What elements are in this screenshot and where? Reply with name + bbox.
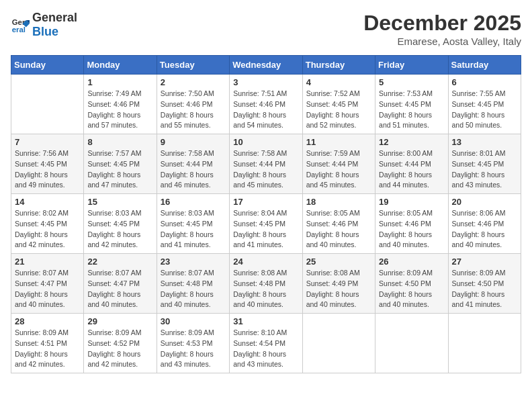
day-number: 30 (161, 316, 226, 326)
calendar-cell: 4Sunrise: 7:52 AMSunset: 4:45 PMDaylight… (302, 75, 375, 134)
calendar-week-row: 1Sunrise: 7:49 AMSunset: 4:46 PMDaylight… (11, 75, 521, 134)
calendar-cell: 5Sunrise: 7:53 AMSunset: 4:45 PMDaylight… (375, 75, 448, 134)
day-number: 26 (379, 257, 444, 267)
day-detail: Sunrise: 8:07 AMSunset: 4:47 PMDaylight:… (87, 268, 152, 310)
day-detail: Sunrise: 7:49 AMSunset: 4:46 PMDaylight:… (87, 89, 152, 131)
calendar-cell: 7Sunrise: 7:56 AMSunset: 4:45 PMDaylight… (11, 134, 84, 194)
day-detail: Sunrise: 8:09 AMSunset: 4:50 PMDaylight:… (452, 268, 517, 310)
day-number: 22 (87, 257, 152, 267)
day-number: 17 (233, 197, 298, 207)
calendar-cell: 23Sunrise: 8:07 AMSunset: 4:48 PMDayligh… (157, 254, 229, 314)
day-number: 11 (306, 137, 371, 147)
day-detail: Sunrise: 8:05 AMSunset: 4:46 PMDaylight:… (306, 208, 371, 250)
logo: Gen eral General Blue (11, 11, 77, 39)
calendar-week-row: 28Sunrise: 8:09 AMSunset: 4:51 PMDayligh… (11, 314, 521, 373)
calendar-cell (448, 314, 521, 373)
calendar-cell (375, 314, 448, 373)
calendar-cell: 13Sunrise: 8:01 AMSunset: 4:45 PMDayligh… (448, 134, 521, 194)
day-number: 29 (87, 316, 152, 326)
day-detail: Sunrise: 8:08 AMSunset: 4:49 PMDaylight:… (306, 268, 371, 310)
month-title: December 2025 (363, 11, 521, 36)
calendar-cell: 8Sunrise: 7:57 AMSunset: 4:45 PMDaylight… (84, 134, 157, 194)
day-detail: Sunrise: 8:03 AMSunset: 4:45 PMDaylight:… (161, 208, 226, 250)
day-number: 6 (452, 77, 517, 87)
calendar-cell: 9Sunrise: 7:58 AMSunset: 4:44 PMDaylight… (157, 134, 229, 194)
calendar-cell: 28Sunrise: 8:09 AMSunset: 4:51 PMDayligh… (11, 314, 84, 373)
calendar-cell: 27Sunrise: 8:09 AMSunset: 4:50 PMDayligh… (448, 254, 521, 314)
calendar-cell (302, 314, 375, 373)
day-number: 13 (452, 137, 517, 147)
day-detail: Sunrise: 7:55 AMSunset: 4:45 PMDaylight:… (452, 89, 517, 131)
calendar-table: SundayMondayTuesdayWednesdayThursdayFrid… (11, 55, 521, 373)
day-number: 20 (452, 197, 517, 207)
day-detail: Sunrise: 8:06 AMSunset: 4:46 PMDaylight:… (452, 208, 517, 250)
calendar-cell: 6Sunrise: 7:55 AMSunset: 4:45 PMDaylight… (448, 75, 521, 134)
day-number: 8 (87, 137, 152, 147)
day-number: 16 (161, 197, 226, 207)
day-detail: Sunrise: 8:09 AMSunset: 4:51 PMDaylight:… (15, 328, 80, 370)
calendar-cell: 19Sunrise: 8:05 AMSunset: 4:46 PMDayligh… (375, 194, 448, 254)
day-number: 3 (233, 77, 298, 87)
day-detail: Sunrise: 7:59 AMSunset: 4:44 PMDaylight:… (306, 148, 371, 191)
day-number: 15 (87, 197, 152, 207)
weekday-header-tuesday: Tuesday (157, 56, 229, 75)
calendar-cell: 16Sunrise: 8:03 AMSunset: 4:45 PMDayligh… (157, 194, 229, 254)
day-number: 27 (452, 257, 517, 267)
calendar-cell: 2Sunrise: 7:50 AMSunset: 4:46 PMDaylight… (157, 75, 229, 134)
day-detail: Sunrise: 7:56 AMSunset: 4:45 PMDaylight:… (15, 148, 80, 191)
day-detail: Sunrise: 7:58 AMSunset: 4:44 PMDaylight:… (233, 148, 298, 191)
day-number: 18 (306, 197, 371, 207)
logo-text: General Blue (32, 11, 77, 39)
calendar-cell: 31Sunrise: 8:10 AMSunset: 4:54 PMDayligh… (230, 314, 302, 373)
day-number: 31 (233, 316, 298, 326)
weekday-header-monday: Monday (84, 56, 157, 75)
calendar-cell: 21Sunrise: 8:07 AMSunset: 4:47 PMDayligh… (11, 254, 84, 314)
day-detail: Sunrise: 8:08 AMSunset: 4:48 PMDaylight:… (233, 268, 298, 310)
day-number: 23 (161, 257, 226, 267)
calendar-cell: 29Sunrise: 8:09 AMSunset: 4:52 PMDayligh… (84, 314, 157, 373)
calendar-cell: 15Sunrise: 8:03 AMSunset: 4:45 PMDayligh… (84, 194, 157, 254)
day-detail: Sunrise: 8:09 AMSunset: 4:52 PMDaylight:… (87, 328, 152, 370)
calendar-cell: 22Sunrise: 8:07 AMSunset: 4:47 PMDayligh… (84, 254, 157, 314)
weekday-header-thursday: Thursday (302, 56, 375, 75)
calendar-week-row: 14Sunrise: 8:02 AMSunset: 4:45 PMDayligh… (11, 194, 521, 254)
calendar-cell: 11Sunrise: 7:59 AMSunset: 4:44 PMDayligh… (302, 134, 375, 194)
page-header: Gen eral General Blue December 2025 Emar… (11, 11, 521, 47)
weekday-header-saturday: Saturday (448, 56, 521, 75)
calendar-cell (11, 75, 84, 134)
day-detail: Sunrise: 7:58 AMSunset: 4:44 PMDaylight:… (161, 148, 226, 191)
day-detail: Sunrise: 8:09 AMSunset: 4:50 PMDaylight:… (379, 268, 444, 310)
day-detail: Sunrise: 8:01 AMSunset: 4:45 PMDaylight:… (452, 148, 517, 191)
day-number: 2 (161, 77, 226, 87)
weekday-header-wednesday: Wednesday (230, 56, 302, 75)
calendar-cell: 10Sunrise: 7:58 AMSunset: 4:44 PMDayligh… (230, 134, 302, 194)
day-detail: Sunrise: 8:03 AMSunset: 4:45 PMDaylight:… (87, 208, 152, 250)
day-detail: Sunrise: 7:52 AMSunset: 4:45 PMDaylight:… (306, 89, 371, 131)
calendar-cell: 3Sunrise: 7:51 AMSunset: 4:46 PMDaylight… (230, 75, 302, 134)
title-block: December 2025 Emarese, Aosta Valley, Ita… (363, 11, 521, 47)
day-number: 19 (379, 197, 444, 207)
day-detail: Sunrise: 8:00 AMSunset: 4:44 PMDaylight:… (379, 148, 444, 191)
calendar-header-row: SundayMondayTuesdayWednesdayThursdayFrid… (11, 56, 521, 75)
day-number: 25 (306, 257, 371, 267)
calendar-week-row: 7Sunrise: 7:56 AMSunset: 4:45 PMDaylight… (11, 134, 521, 194)
day-number: 21 (15, 257, 80, 267)
day-detail: Sunrise: 8:10 AMSunset: 4:54 PMDaylight:… (233, 328, 298, 370)
calendar-cell: 25Sunrise: 8:08 AMSunset: 4:49 PMDayligh… (302, 254, 375, 314)
calendar-cell: 30Sunrise: 8:09 AMSunset: 4:53 PMDayligh… (157, 314, 229, 373)
calendar-cell: 20Sunrise: 8:06 AMSunset: 4:46 PMDayligh… (448, 194, 521, 254)
day-number: 12 (379, 137, 444, 147)
calendar-cell: 26Sunrise: 8:09 AMSunset: 4:50 PMDayligh… (375, 254, 448, 314)
calendar-week-row: 21Sunrise: 8:07 AMSunset: 4:47 PMDayligh… (11, 254, 521, 314)
day-number: 14 (15, 197, 80, 207)
svg-text:eral: eral (12, 26, 26, 34)
logo-icon: Gen eral (11, 15, 30, 34)
day-number: 10 (233, 137, 298, 147)
calendar-cell: 17Sunrise: 8:04 AMSunset: 4:45 PMDayligh… (230, 194, 302, 254)
day-number: 7 (15, 137, 80, 147)
day-detail: Sunrise: 8:04 AMSunset: 4:45 PMDaylight:… (233, 208, 298, 250)
weekday-header-friday: Friday (375, 56, 448, 75)
calendar-cell: 12Sunrise: 8:00 AMSunset: 4:44 PMDayligh… (375, 134, 448, 194)
location-title: Emarese, Aosta Valley, Italy (363, 36, 521, 47)
day-detail: Sunrise: 8:07 AMSunset: 4:48 PMDaylight:… (161, 268, 226, 310)
